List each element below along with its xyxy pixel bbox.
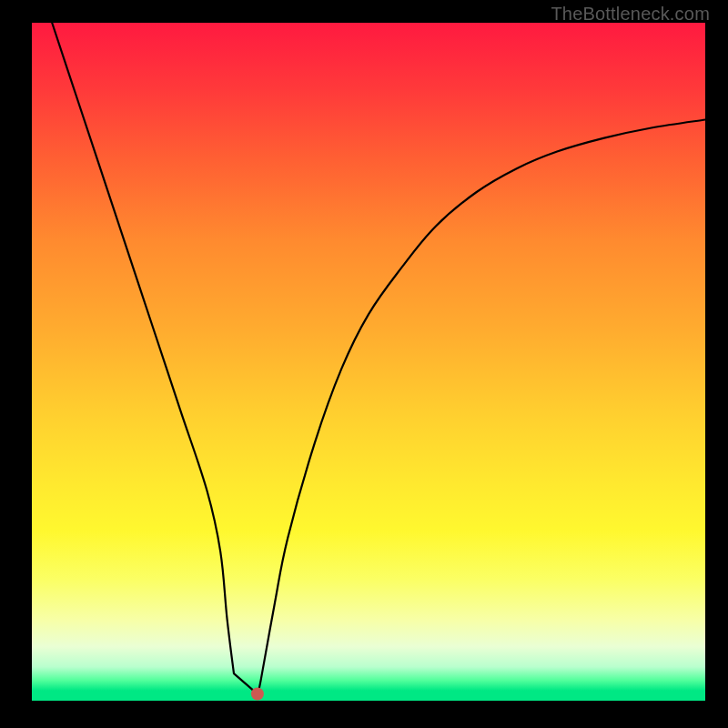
optimal-point-marker: [251, 688, 264, 701]
watermark-text: TheBottleneck.com: [551, 4, 710, 25]
plot-area: [32, 23, 705, 701]
bottleneck-curve: [32, 23, 705, 701]
chart-container: TheBottleneck.com: [0, 0, 728, 728]
